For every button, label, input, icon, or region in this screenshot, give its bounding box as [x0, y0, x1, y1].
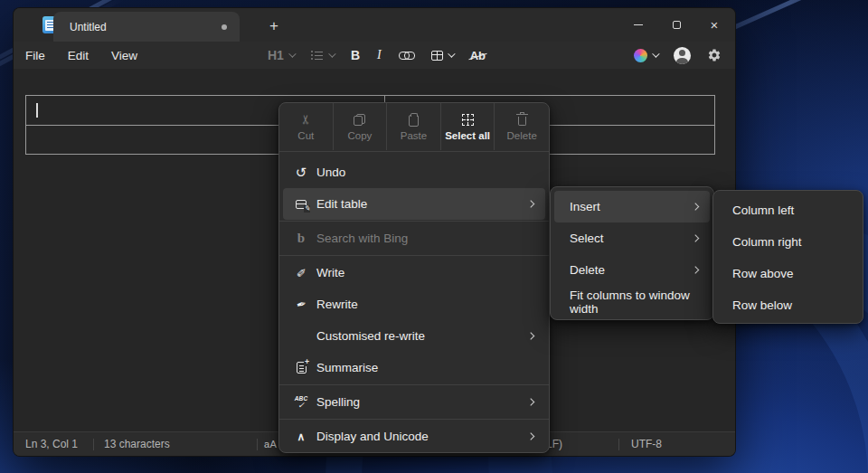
submenu-item-column-right[interactable]: Column right: [717, 226, 859, 258]
chevron-down-icon: [652, 50, 659, 57]
list-dropdown[interactable]: [308, 44, 336, 66]
submenu-item-row-above[interactable]: Row above: [717, 258, 859, 289]
caret-icon: [293, 429, 309, 445]
write-pen-icon: [293, 265, 309, 281]
submenu-item-label: Insert: [570, 200, 600, 213]
menu-item-display-and-unicode[interactable]: Display and Unicode: [283, 421, 545, 452]
copy-button[interactable]: Copy: [334, 103, 388, 150]
menu-item-list: Undo Edit table Search with Bing Write R…: [279, 153, 549, 456]
menu-item-spelling[interactable]: ABC✓ Spelling: [283, 386, 545, 418]
title-bar: Untitled + ×: [14, 8, 735, 42]
submenu-item-label: Column left: [732, 203, 794, 217]
submenu-item-label: Column right: [732, 235, 802, 249]
menu-item-label: Undo: [316, 166, 345, 179]
chevron-right-icon: [526, 398, 533, 405]
desktop: Untitled + × File Edit View H1: [0, 0, 868, 473]
new-tab-button[interactable]: +: [263, 15, 285, 37]
chevron-right-icon: [526, 200, 533, 207]
menu-item-label: Search with Bing: [316, 232, 408, 245]
heading-style-dropdown[interactable]: H1: [265, 44, 297, 66]
copilot-dropdown[interactable]: [631, 44, 660, 66]
clear-formatting-icon: Ab: [470, 49, 486, 62]
tab-untitled[interactable]: Untitled: [53, 12, 240, 42]
menu-separator: [279, 255, 549, 256]
italic-icon: I: [377, 48, 382, 62]
paste-button[interactable]: Paste: [387, 103, 441, 150]
edit-table-submenu: Insert Select Delete Fit columns to wind…: [550, 186, 714, 320]
clear-formatting-button[interactable]: Ab: [467, 44, 488, 66]
character-count: 13 characters: [104, 438, 170, 450]
menu-item-label: Customised re-write: [316, 329, 425, 343]
menu-item-summarise[interactable]: Summarise: [283, 352, 545, 383]
submenu-item-select[interactable]: Select: [554, 222, 710, 254]
select-all-label: Select all: [445, 130, 490, 141]
menu-separator: [279, 384, 549, 385]
submenu-item-fit-columns[interactable]: Fit columns to window width: [554, 286, 710, 317]
italic-button[interactable]: I: [374, 44, 384, 66]
insert-submenu: Column left Column right Row above Row b…: [712, 190, 863, 324]
document-sparkle-icon: [297, 362, 307, 374]
paste-icon: [409, 115, 419, 127]
insert-table-dropdown[interactable]: [429, 44, 456, 66]
submenu-item-row-below[interactable]: Row below: [717, 289, 859, 321]
bold-button[interactable]: B: [348, 44, 363, 66]
submenu-item-delete[interactable]: Delete: [554, 254, 710, 286]
status-divider: [93, 439, 94, 450]
menu-item-label: Spelling: [316, 395, 360, 409]
close-button[interactable]: ×: [695, 8, 733, 42]
submenu-item-column-left[interactable]: Column left: [717, 194, 859, 226]
menu-item-rewrite[interactable]: Rewrite: [283, 289, 545, 320]
menu-item-customised-re-write[interactable]: Customised re-write: [283, 320, 545, 352]
menu-view[interactable]: View: [111, 49, 137, 62]
maximize-button[interactable]: [657, 8, 695, 42]
bing-icon: [293, 231, 309, 247]
zoom-indicator[interactable]: aA: [264, 439, 277, 449]
menu-file[interactable]: File: [25, 49, 45, 62]
chevron-right-icon: [691, 234, 698, 241]
delete-label: Delete: [507, 130, 537, 141]
insert-link-button[interactable]: [396, 44, 417, 66]
submenu-item-label: Select: [570, 232, 604, 245]
menu-separator: [279, 151, 549, 152]
edit-table-icon: [296, 200, 307, 209]
menu-separator: [279, 221, 549, 222]
minimize-button[interactable]: [619, 8, 657, 42]
avatar-icon: [674, 47, 691, 64]
menu-item-edit-table[interactable]: Edit table: [283, 188, 545, 220]
settings-button[interactable]: [704, 44, 724, 66]
menu-edit[interactable]: Edit: [68, 49, 89, 62]
submenu-item-label: Row below: [732, 298, 792, 312]
gear-icon: [707, 48, 722, 62]
account-button[interactable]: [671, 44, 693, 66]
close-icon: ×: [711, 18, 719, 32]
menu-item-write[interactable]: Write: [283, 257, 545, 289]
table-icon: [431, 51, 443, 61]
menu-item-label: Summarise: [316, 361, 378, 374]
heading-label: H1: [268, 48, 284, 62]
select-all-button[interactable]: Select all: [441, 103, 495, 150]
menu-item-search-with-bing[interactable]: Search with Bing: [283, 222, 545, 254]
menu-item-label: Edit table: [316, 197, 367, 211]
bulleted-list-icon: [311, 51, 324, 61]
toolbar: File Edit View H1 B I: [14, 42, 735, 69]
select-all-icon: [462, 114, 474, 126]
bold-icon: B: [351, 48, 360, 62]
submenu-item-insert[interactable]: Insert: [554, 191, 710, 222]
chevron-right-icon: [691, 203, 698, 210]
menu-item-label: Display and Unicode: [316, 430, 429, 443]
submenu-item-label: Fit columns to window width: [570, 289, 710, 316]
cut-button[interactable]: Cut: [279, 103, 334, 150]
copilot-icon: [634, 49, 647, 62]
quill-icon: [293, 297, 309, 313]
context-menu: Cut Copy Paste Select all Delete: [278, 102, 550, 453]
link-icon: [399, 51, 414, 60]
paste-label: Paste: [401, 130, 427, 141]
encoding-indicator[interactable]: UTF-8: [631, 438, 662, 450]
menu-item-undo[interactable]: Undo: [283, 156, 545, 188]
minimize-icon: [634, 24, 643, 25]
menubar: File Edit View: [25, 42, 137, 69]
menu-item-label: Rewrite: [316, 298, 358, 311]
copy-icon: [354, 114, 365, 126]
delete-button[interactable]: Delete: [495, 103, 549, 150]
cursor-position: Ln 3, Col 1: [25, 438, 78, 450]
